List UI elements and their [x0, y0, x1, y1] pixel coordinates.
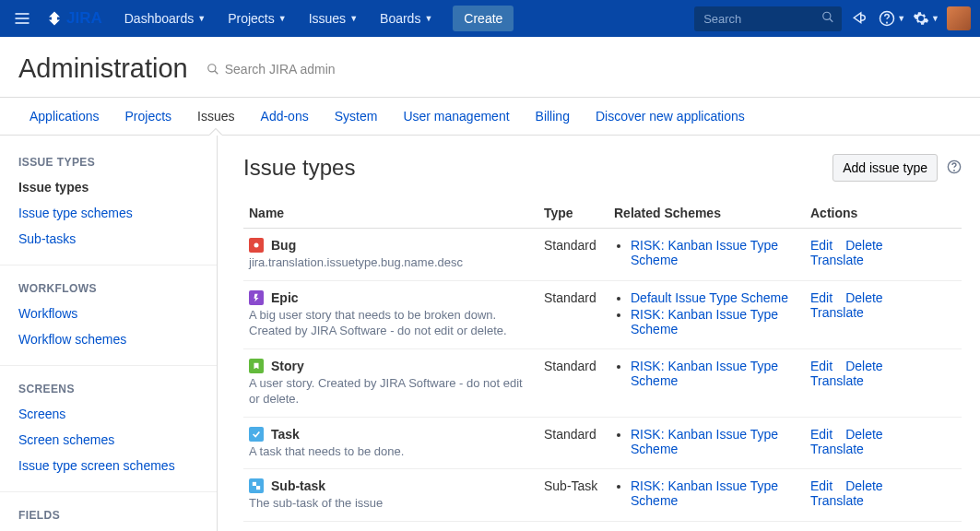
edit-link[interactable]: Edit [810, 238, 832, 253]
tab-billing[interactable]: Billing [523, 98, 583, 135]
delete-link[interactable]: Delete [845, 427, 882, 442]
sidebar-item-screen-schemes[interactable]: Screen schemes [18, 427, 198, 453]
nav-item-issues[interactable]: Issues▼ [298, 0, 369, 37]
svg-rect-13 [256, 486, 260, 490]
sidebar-item-screens[interactable]: Screens [18, 401, 198, 427]
bug-icon [249, 238, 264, 253]
translate-link[interactable]: Translate [810, 442, 864, 456]
svg-point-11 [254, 243, 259, 248]
tab-discover-new-applications[interactable]: Discover new applications [583, 98, 758, 135]
create-button[interactable]: Create [453, 6, 514, 31]
tab-applications[interactable]: Applications [17, 98, 112, 135]
sidebar-item-sub-tasks[interactable]: Sub-tasks [18, 226, 198, 252]
column-header: Name [243, 198, 538, 229]
edit-link[interactable]: Edit [810, 290, 832, 305]
issue-type-description: A user story. Created by JIRA Software -… [249, 375, 525, 407]
scheme-link[interactable]: RISK: Kanban Issue Type Scheme [631, 427, 778, 456]
column-header: Actions [805, 198, 962, 229]
table-row: EpicA big user story that needs to be br… [243, 280, 962, 348]
tab-user-management[interactable]: User management [390, 98, 522, 135]
table-row: Sub-taskThe sub-task of the issueSub-Tas… [243, 469, 962, 522]
jira-logo[interactable]: JIRA [37, 9, 112, 28]
issue-type-name: Bug [271, 238, 296, 253]
issue-type-type: Standard [538, 229, 608, 281]
issue-type-name: Epic [271, 290, 299, 305]
sidebar-item-workflows[interactable]: Workflows [18, 301, 198, 326]
delete-link[interactable]: Delete [845, 238, 882, 253]
settings-menu[interactable]: ▼ [913, 7, 939, 30]
table-row: TaskA task that needs to be done.Standar… [243, 417, 962, 469]
tab-add-ons[interactable]: Add-ons [248, 98, 322, 135]
story-icon [249, 359, 264, 373]
sidebar-item-issue-type-schemes[interactable]: Issue type schemes [18, 200, 198, 226]
svg-point-3 [823, 12, 831, 19]
nav-item-boards[interactable]: Boards▼ [369, 0, 443, 37]
sidebar: ISSUE TYPESIssue typesIssue type schemes… [0, 136, 218, 531]
issue-type-name: Sub-task [271, 478, 325, 493]
feedback-icon[interactable] [849, 7, 871, 30]
translate-link[interactable]: Translate [810, 305, 864, 320]
tab-system[interactable]: System [322, 98, 391, 135]
scheme-link[interactable]: RISK: Kanban Issue Type Scheme [631, 478, 778, 508]
edit-link[interactable]: Edit [810, 427, 832, 442]
issue-type-name: Story [271, 359, 304, 373]
translate-link[interactable]: Translate [810, 373, 864, 388]
scheme-link[interactable]: Default Issue Type Scheme [631, 290, 788, 305]
global-search-input[interactable] [694, 6, 842, 31]
sidebar-heading: FIELDS [18, 509, 198, 522]
admin-tabs: ApplicationsProjectsIssuesAdd-onsSystemU… [0, 98, 980, 136]
delete-link[interactable]: Delete [845, 290, 882, 305]
global-search[interactable] [694, 6, 842, 31]
content: Issue types Add issue type NameTypeRelat… [218, 136, 980, 531]
edit-link[interactable]: Edit [810, 359, 832, 373]
issue-type-type: Standard [538, 348, 608, 417]
tab-issues[interactable]: Issues [184, 98, 247, 135]
admin-header: Administration Search JIRA admin [0, 37, 980, 98]
page-title: Administration [18, 53, 188, 84]
sidebar-heading: ISSUE TYPES [18, 156, 198, 169]
issue-type-description: A big user story that needs to be broken… [249, 307, 525, 339]
svg-point-10 [954, 170, 955, 171]
task-icon [249, 427, 264, 442]
delete-link[interactable]: Delete [845, 478, 882, 493]
app-switcher-icon[interactable] [9, 6, 35, 31]
svg-line-8 [215, 70, 218, 74]
issue-type-type: Standard [538, 280, 608, 348]
issue-types-table: NameTypeRelated SchemesActions Bugjira.t… [243, 198, 962, 522]
issue-type-name: Task [271, 427, 300, 442]
add-issue-type-button[interactable]: Add issue type [832, 154, 938, 182]
issue-type-type: Standard [538, 417, 608, 469]
brand-text: JIRA [66, 9, 102, 28]
sidebar-item-issue-type-screen-schemes[interactable]: Issue type screen schemes [18, 453, 198, 478]
help-icon[interactable] [947, 159, 962, 177]
table-row: Bugjira.translation.issuetype.bug.name.d… [243, 229, 962, 281]
top-navbar: JIRA Dashboards▼Projects▼Issues▼Boards▼ … [0, 0, 980, 37]
column-header: Related Schemes [608, 198, 805, 229]
scheme-link[interactable]: RISK: Kanban Issue Type Scheme [631, 238, 778, 267]
sidebar-item-issue-types[interactable]: Issue types [18, 174, 198, 200]
nav-item-dashboards[interactable]: Dashboards▼ [113, 0, 217, 37]
table-row: StoryA user story. Created by JIRA Softw… [243, 348, 962, 417]
translate-link[interactable]: Translate [810, 253, 864, 267]
tab-projects[interactable]: Projects [112, 98, 185, 135]
edit-link[interactable]: Edit [810, 478, 832, 493]
delete-link[interactable]: Delete [845, 359, 882, 373]
column-header: Type [538, 198, 608, 229]
user-avatar[interactable] [947, 6, 971, 30]
nav-item-projects[interactable]: Projects▼ [217, 0, 298, 37]
chevron-down-icon: ▼ [424, 14, 432, 23]
issue-type-description: The sub-task of the issue [249, 495, 525, 512]
help-menu[interactable]: ▼ [879, 7, 905, 30]
chevron-down-icon: ▼ [349, 14, 358, 23]
subtask-icon [249, 478, 264, 493]
svg-point-6 [887, 22, 888, 23]
chevron-down-icon: ▼ [197, 14, 206, 23]
scheme-link[interactable]: RISK: Kanban Issue Type Scheme [631, 359, 778, 388]
translate-link[interactable]: Translate [810, 493, 864, 508]
admin-search[interactable]: Search JIRA admin [207, 62, 336, 77]
chevron-down-icon: ▼ [278, 14, 287, 23]
epic-icon [249, 290, 264, 305]
issue-type-description: jira.translation.issuetype.bug.name.desc [249, 254, 525, 271]
scheme-link[interactable]: RISK: Kanban Issue Type Scheme [631, 307, 778, 336]
sidebar-item-workflow-schemes[interactable]: Workflow schemes [18, 326, 198, 352]
